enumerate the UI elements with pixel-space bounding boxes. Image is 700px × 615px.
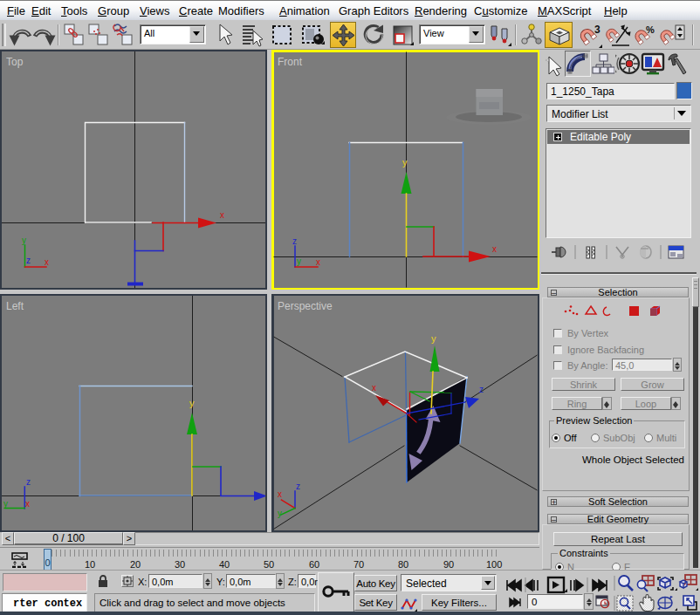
svg-text:z: z: [26, 256, 31, 265]
svg-text:y: y: [402, 157, 408, 167]
svg-text:y: y: [3, 499, 8, 509]
svg-text:y: y: [431, 333, 436, 344]
svg-text:x: x: [372, 383, 376, 393]
svg-text:z: z: [26, 477, 31, 487]
svg-text:z: z: [479, 385, 484, 394]
svg-text:x: x: [25, 499, 30, 509]
svg-text:x: x: [278, 489, 282, 499]
svg-text:y: y: [189, 398, 195, 408]
svg-text:x: x: [45, 257, 49, 267]
svg-text:x: x: [492, 244, 497, 254]
svg-text:x: x: [220, 210, 224, 220]
svg-text:3: 3: [594, 24, 600, 36]
svg-text:z: z: [296, 482, 300, 491]
svg-text:%: %: [646, 24, 655, 35]
svg-text:y: y: [297, 256, 301, 266]
svg-text:y: y: [22, 236, 26, 245]
svg-text:z: z: [292, 236, 297, 246]
svg-text:y: y: [278, 509, 282, 518]
svg-text:x: x: [316, 257, 320, 267]
